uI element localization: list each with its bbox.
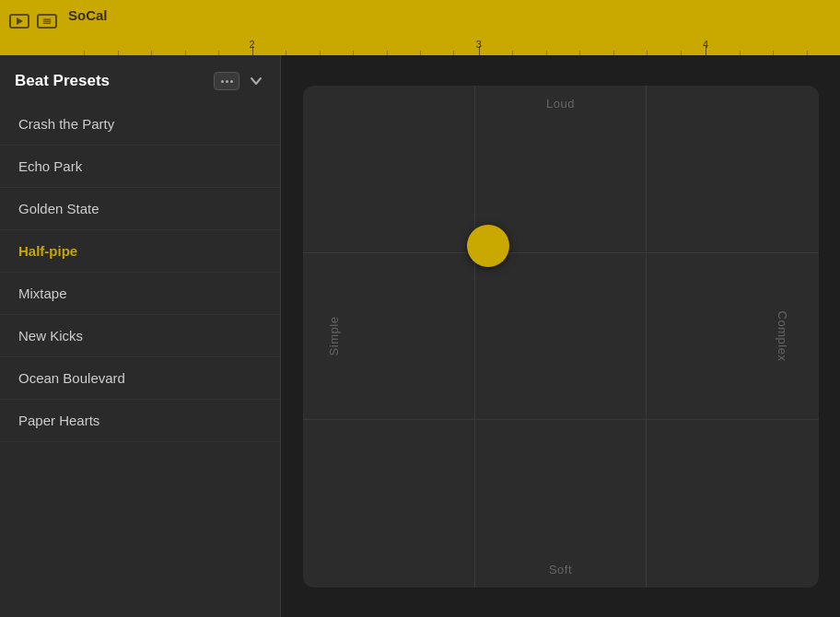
main-layout: Beat Presets Crash the Party Echo xyxy=(0,55,840,617)
xy-pad[interactable]: Loud Soft Simple Complex xyxy=(303,86,819,588)
sidebar: Beat Presets Crash the Party Echo xyxy=(0,55,281,617)
preset-list[interactable]: Crash the Party Echo Park Golden State H… xyxy=(0,103,280,617)
preset-item-half-pipe[interactable]: Half-pipe xyxy=(0,230,280,273)
sidebar-controls xyxy=(214,72,265,90)
preset-item-echo-park[interactable]: Echo Park xyxy=(0,146,280,188)
xy-label-loud: Loud xyxy=(546,97,575,111)
ruler: 2 3 4 xyxy=(0,29,840,55)
wave-icon[interactable] xyxy=(37,14,57,29)
sidebar-header: Beat Presets xyxy=(0,55,280,103)
svg-rect-2 xyxy=(43,21,51,22)
sidebar-title: Beat Presets xyxy=(15,72,110,90)
xy-label-simple: Simple xyxy=(326,317,340,356)
chevron-down-icon xyxy=(250,75,262,87)
xy-label-complex: Complex xyxy=(776,311,789,362)
content-area: Loud Soft Simple Complex xyxy=(281,55,840,617)
preset-item-ocean-boulevard[interactable]: Ocean Boulevard xyxy=(0,357,280,400)
xy-puck[interactable] xyxy=(467,225,509,267)
dot-icon xyxy=(226,80,228,83)
dot-icon xyxy=(221,80,224,83)
svg-rect-1 xyxy=(43,19,51,20)
preset-item-mixtape[interactable]: Mixtape xyxy=(0,273,280,315)
preset-item-new-kicks[interactable]: New Kicks xyxy=(0,315,280,357)
svg-marker-0 xyxy=(17,17,23,25)
dot-icon xyxy=(230,80,233,83)
play-icon[interactable] xyxy=(9,14,29,29)
preset-item-crash-the-party[interactable]: Crash the Party xyxy=(0,103,280,146)
preset-item-golden-state[interactable]: Golden State xyxy=(0,188,280,230)
header: SoCal 2 3 4 xyxy=(0,0,840,55)
chevron-down-button[interactable] xyxy=(247,72,265,90)
more-options-button[interactable] xyxy=(214,72,239,90)
svg-rect-3 xyxy=(43,23,51,24)
xy-pad-grid xyxy=(303,86,819,588)
xy-label-soft: Soft xyxy=(549,563,572,576)
app-title: SoCal xyxy=(68,7,108,23)
preset-item-paper-hearts[interactable]: Paper Hearts xyxy=(0,400,280,442)
